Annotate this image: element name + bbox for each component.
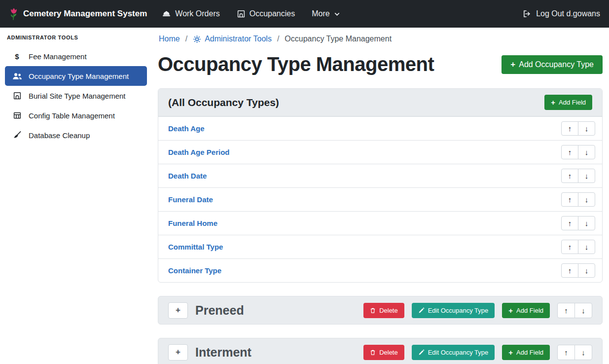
app-title: Cemetery Management System: [23, 9, 147, 19]
sidebar-item-config-table-management[interactable]: Config Table Management: [5, 106, 147, 125]
breadcrumb-separator: /: [277, 35, 279, 43]
nav-more[interactable]: More: [312, 9, 340, 18]
move-up-button[interactable]: ↑: [561, 216, 578, 230]
move-down-button[interactable]: ↓: [578, 169, 595, 183]
flower-logo-icon: [9, 7, 19, 21]
sidebar-item-label: Fee Management: [29, 52, 87, 61]
broom-icon: [12, 131, 22, 140]
sidebar-item-occupancy-type-management[interactable]: Occupancy Type Management: [5, 66, 147, 86]
pencil-icon: [418, 307, 425, 314]
arrow-down-icon: ↓: [585, 266, 589, 275]
add-field-label: Add Field: [559, 99, 586, 106]
arrow-up-icon: ↑: [568, 266, 572, 275]
field-link[interactable]: Committal Type: [165, 243, 223, 251]
add-field-button[interactable]: + Add Field: [502, 303, 550, 318]
move-up-button[interactable]: ↑: [561, 263, 578, 278]
all-occupancy-types-title: (All Occupancy Types): [168, 97, 279, 109]
arrow-up-icon: ↑: [568, 219, 572, 227]
nav-occupancies[interactable]: Occupancies: [237, 9, 295, 18]
plus-icon: +: [551, 99, 555, 106]
arrow-up-icon: ↑: [568, 243, 572, 251]
field-link[interactable]: Death Date: [165, 172, 207, 180]
breadcrumb-home[interactable]: Home: [159, 35, 180, 43]
field-link[interactable]: Funeral Home: [165, 219, 217, 227]
monument-icon: [12, 91, 22, 100]
move-up-button[interactable]: ↑: [561, 169, 578, 183]
move-down-button[interactable]: ↓: [578, 263, 595, 278]
field-link[interactable]: Death Age Period: [165, 148, 229, 156]
move-down-button[interactable]: ↓: [578, 216, 595, 230]
delete-button[interactable]: Delete: [363, 345, 404, 360]
move-up-button[interactable]: ↑: [561, 192, 578, 207]
breadcrumb-separator: /: [185, 35, 187, 43]
field-link[interactable]: Funeral Date: [165, 195, 213, 204]
move-down-button[interactable]: ↓: [574, 345, 592, 360]
expand-button[interactable]: +: [168, 344, 188, 361]
dollar-icon: $: [12, 52, 22, 61]
plus-icon: +: [176, 305, 180, 315]
sidebar-item-database-cleanup[interactable]: Database Cleanup: [5, 125, 147, 145]
add-field-button[interactable]: + Add Field: [502, 345, 550, 360]
reorder-controls: ↑ ↓: [561, 145, 595, 159]
move-up-button[interactable]: ↑: [557, 303, 575, 318]
logout-button[interactable]: Log Out d.gowans: [522, 9, 600, 18]
field-link[interactable]: Death Age: [165, 124, 205, 133]
move-up-button[interactable]: ↑: [561, 145, 578, 159]
delete-label: Delete: [379, 349, 398, 356]
delete-label: Delete: [379, 307, 398, 314]
expand-button[interactable]: +: [168, 302, 188, 319]
sidebar-item-burial-site-type-management[interactable]: Burial Site Type Management: [5, 86, 147, 106]
nav-work-orders[interactable]: Work Orders: [162, 9, 219, 18]
move-up-button[interactable]: ↑: [561, 240, 578, 254]
sidebar: Administrator Tools $ Fee Management Occ…: [0, 28, 152, 364]
move-down-button[interactable]: ↓: [578, 192, 595, 207]
edit-occupancy-type-button[interactable]: Edit Occupancy Type: [412, 345, 495, 360]
add-field-label: Add Field: [516, 307, 543, 314]
sidebar-item-label: Burial Site Type Management: [29, 92, 126, 100]
occupancy-type-title: Preneed: [195, 303, 244, 318]
breadcrumb-administrator-tools[interactable]: Administrator Tools: [193, 35, 272, 43]
add-field-button[interactable]: + Add Field: [544, 95, 592, 110]
all-occupancy-types-card: (All Occupancy Types) + Add Field Death …: [158, 88, 603, 283]
delete-button[interactable]: Delete: [363, 303, 404, 318]
sidebar-item-fee-management[interactable]: $ Fee Management: [5, 46, 147, 66]
gear-icon: [193, 35, 201, 43]
add-occupancy-type-button[interactable]: + Add Occupancy Type: [502, 55, 603, 74]
nav-occupancies-label: Occupancies: [250, 9, 295, 18]
add-field-label: Add Field: [516, 349, 543, 356]
occupancy-type-title: Interment: [195, 345, 251, 360]
field-row: Death Date ↑ ↓: [158, 164, 602, 187]
reorder-controls: ↑ ↓: [557, 345, 592, 360]
top-navbar: Cemetery Management System Work Orders O…: [0, 0, 609, 28]
plus-icon: +: [510, 60, 515, 69]
move-down-button[interactable]: ↓: [578, 121, 595, 136]
reorder-controls: ↑ ↓: [561, 169, 595, 183]
move-up-button[interactable]: ↑: [561, 121, 578, 136]
edit-occupancy-type-label: Edit Occupancy Type: [428, 349, 489, 356]
arrow-up-icon: ↑: [564, 348, 568, 357]
nav-work-orders-label: Work Orders: [175, 9, 219, 18]
arrow-up-icon: ↑: [568, 172, 572, 180]
app-brand[interactable]: Cemetery Management System: [9, 7, 147, 21]
move-down-button[interactable]: ↓: [578, 240, 595, 254]
sidebar-header: Administrator Tools: [5, 33, 147, 46]
field-link[interactable]: Container Type: [165, 266, 221, 275]
edit-occupancy-type-label: Edit Occupancy Type: [428, 307, 489, 314]
plus-icon: +: [176, 347, 180, 357]
field-row: Death Age ↑ ↓: [158, 116, 602, 140]
plus-icon: +: [508, 349, 513, 356]
move-down-button[interactable]: ↓: [578, 145, 595, 159]
archway-icon: [237, 9, 246, 18]
arrow-up-icon: ↑: [568, 124, 572, 133]
edit-occupancy-type-button[interactable]: Edit Occupancy Type: [412, 303, 495, 318]
arrow-down-icon: ↓: [581, 348, 585, 357]
field-row: Funeral Date ↑ ↓: [158, 187, 602, 211]
trash-icon: [370, 349, 376, 356]
breadcrumb-administrator-tools-label: Administrator Tools: [205, 35, 272, 43]
move-down-button[interactable]: ↓: [574, 303, 592, 318]
move-up-button[interactable]: ↑: [557, 345, 575, 360]
sidebar-item-label: Database Cleanup: [29, 131, 90, 140]
all-occupancy-types-header: (All Occupancy Types) + Add Field: [158, 89, 602, 116]
arrow-up-icon: ↑: [568, 195, 572, 204]
type-actions: Delete Edit Occupancy Type + Add Field: [363, 303, 592, 318]
